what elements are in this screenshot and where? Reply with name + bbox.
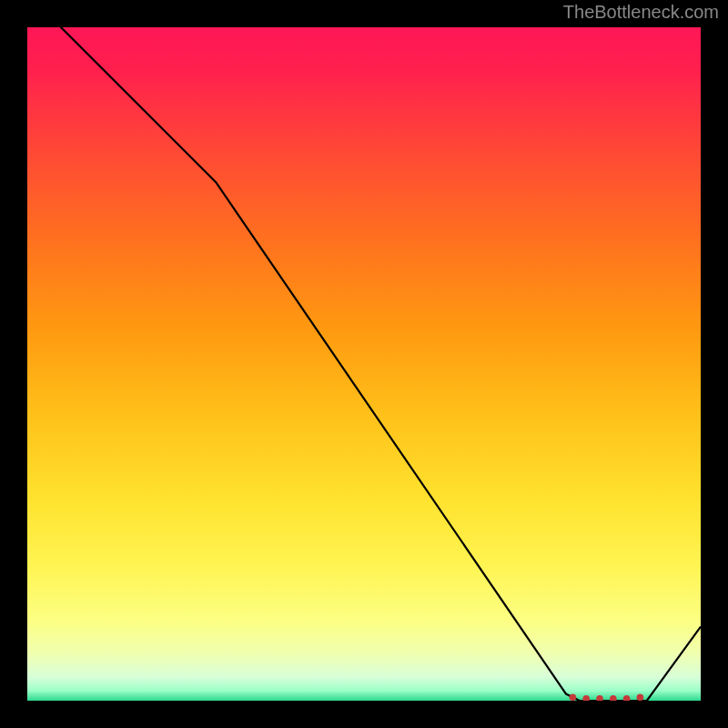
valley-marker-dot [623, 695, 631, 701]
marker-layer [27, 27, 701, 701]
valley-marker-dot [570, 694, 577, 702]
valley-marker-dot [610, 695, 617, 701]
watermark-text: TheBottleneck.com [563, 2, 719, 23]
plot-area [27, 27, 701, 701]
valley-marker-dot [582, 695, 590, 701]
valley-markers [570, 694, 644, 702]
chart-container: TheBottleneck.com [0, 0, 728, 728]
valley-marker-dot [637, 694, 644, 702]
valley-marker-dot [596, 695, 603, 701]
